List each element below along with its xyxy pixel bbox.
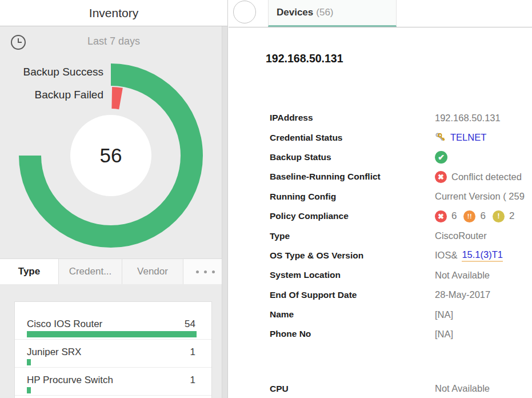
policy-major-count: 6: [480, 210, 485, 222]
telnet-link[interactable]: TELNET: [450, 132, 486, 143]
legend-backup-success: Backup Success: [0, 66, 103, 78]
name-label: Name: [270, 309, 435, 320]
cpu-value: Not Available: [435, 383, 490, 394]
conflict-cross-icon: ✖: [435, 171, 447, 183]
more-horizontal-icon: [196, 270, 215, 273]
policy-compliance-label: Policy Compliance: [270, 211, 435, 221]
keys-icon: [435, 132, 446, 143]
os-label: OS Type & OS Version: [270, 250, 435, 261]
inventory-panel: Inventory Last 7 days Backup Success Bac…: [0, 0, 228, 398]
backup-status-label: Backup Status: [270, 152, 435, 162]
policy-critical-count: 6: [451, 210, 457, 222]
row-system-location: System Location Not Available: [270, 265, 532, 285]
type-name: Cisco IOS Router: [27, 319, 102, 329]
devices-tab-count: (56): [316, 7, 333, 18]
row-baseline-running-conflict: Baseline-Running Conflict ✖ Conflict det…: [270, 167, 532, 186]
row-backup-status: Backup Status ✔: [270, 148, 532, 167]
running-config-label: Running Config: [270, 192, 435, 202]
row-credential-status: Credential Status TELNET: [270, 128, 532, 147]
tab-type[interactable]: Type: [0, 259, 59, 284]
left-panel-scrollbar[interactable]: [222, 26, 227, 398]
tab-vendor[interactable]: Vendor: [122, 259, 183, 284]
device-type-list: Cisco IOS Router 54 Juniper SRX 1 HP Pro…: [0, 284, 227, 398]
name-value: [NA]: [435, 309, 453, 320]
os-value: IOS& 15.1(3)T1: [435, 249, 503, 262]
dot: [212, 270, 215, 273]
credential-status-label: Credential Status: [270, 133, 435, 143]
legend-backup-failed: Backup Failed: [0, 89, 103, 101]
os-version-link[interactable]: 15.1(3)T1: [462, 249, 503, 262]
type-row-text: HP Procurve Switch 1: [27, 375, 195, 385]
system-location-value: Not Available: [435, 270, 490, 281]
type-count: 1: [190, 347, 195, 357]
type-count-bar: [27, 387, 31, 393]
type-name: Juniper SRX: [27, 347, 81, 357]
ipaddress-label: IPAddress: [270, 113, 435, 123]
row-os-type-version: OS Type & OS Version IOS& 15.1(3)T1: [270, 246, 532, 265]
ipaddress-value: 192.168.50.131: [435, 113, 501, 124]
os-type-text: IOS&: [435, 250, 457, 261]
row-cpu: CPU Not Available: [270, 379, 532, 398]
dot: [196, 270, 199, 273]
policy-compliance-value: ✖ 6 !! 6 ! 2: [435, 210, 517, 222]
period-selector[interactable]: Last 7 days: [0, 35, 227, 47]
tab-vendor-label: Vendor: [137, 266, 168, 277]
device-ip-title: 192.168.50.131: [266, 52, 343, 65]
device-details-panel: Devices (56) 192.168.50.131 IPAddress 19…: [229, 0, 532, 398]
type-row-text: Cisco IOS Router 54: [27, 319, 195, 329]
type-value: CiscoRouter: [435, 230, 487, 241]
tab-type-label: Type: [18, 266, 40, 277]
running-config-value: Current Version ( 259: [435, 191, 525, 202]
conflict-value: ✖ Conflict detected: [435, 171, 522, 183]
row-type: Type CiscoRouter: [270, 226, 532, 245]
devices-tab-label: Devices: [277, 7, 313, 18]
cpu-label: CPU: [270, 384, 435, 394]
type-count: 1: [190, 375, 195, 385]
type-count-bar: [27, 359, 31, 365]
type-list-card: Cisco IOS Router 54 Juniper SRX 1 HP Pro…: [14, 301, 212, 398]
tab-more[interactable]: [183, 259, 227, 284]
type-count-bar: [27, 331, 197, 337]
backup-status-value: ✔: [435, 151, 447, 164]
tab-credential-label: Credent...: [69, 266, 112, 277]
row-running-config: Running Config Current Version ( 259: [270, 187, 532, 206]
row-policy-compliance: Policy Compliance ✖ 6 !! 6 ! 2: [270, 206, 532, 226]
credential-status-value: TELNET: [435, 132, 486, 143]
tab-credential[interactable]: Credent...: [59, 259, 122, 284]
panel-title: Inventory: [89, 6, 138, 20]
backup-success-check-icon: ✔: [435, 151, 447, 164]
policy-critical-icon[interactable]: ✖: [435, 210, 447, 222]
type-row-hp-procurve-switch[interactable]: HP Procurve Switch 1: [15, 368, 211, 396]
tab-devices[interactable]: Devices (56): [268, 0, 397, 27]
phone-no-label: Phone No: [270, 329, 435, 339]
type-name: HP Procurve Switch: [27, 375, 113, 385]
device-details: IPAddress 192.168.50.131 Credential Stat…: [270, 108, 532, 398]
type-count: 54: [185, 319, 195, 329]
dot: [204, 270, 207, 273]
inventory-header: Inventory: [0, 0, 227, 26]
phone-no-value: [NA]: [435, 329, 453, 340]
type-label: Type: [270, 231, 435, 241]
backup-status-widget: Last 7 days Backup Success Backup Failed…: [0, 26, 227, 258]
row-end-of-support: End Of Support Date 28-May-2017: [270, 285, 532, 305]
type-row-cisco-ios-router[interactable]: Cisco IOS Router 54: [15, 312, 211, 340]
end-of-support-label: End Of Support Date: [270, 290, 435, 300]
inventory-tab-bar: Type Credent... Vendor: [0, 258, 227, 285]
policy-major-icon[interactable]: !!: [463, 210, 475, 222]
type-row-juniper-srx[interactable]: Juniper SRX 1: [15, 340, 211, 368]
type-row-text: Juniper SRX 1: [27, 347, 195, 357]
conflict-label: Baseline-Running Conflict: [270, 172, 435, 182]
system-location-label: System Location: [270, 270, 435, 280]
conflict-text: Conflict detected: [451, 172, 522, 182]
policy-minor-count: 2: [509, 210, 514, 222]
device-circle-icon[interactable]: [233, 1, 256, 23]
row-name: Name [NA]: [270, 305, 532, 324]
donut-total-count: 56: [77, 144, 145, 167]
policy-minor-icon[interactable]: !: [493, 210, 505, 222]
devices-tab-bar: Devices (56): [229, 0, 532, 27]
row-phone-no: Phone No [NA]: [270, 324, 532, 344]
row-ipaddress: IPAddress 192.168.50.131: [270, 108, 532, 128]
end-of-support-value: 28-May-2017: [435, 289, 490, 300]
